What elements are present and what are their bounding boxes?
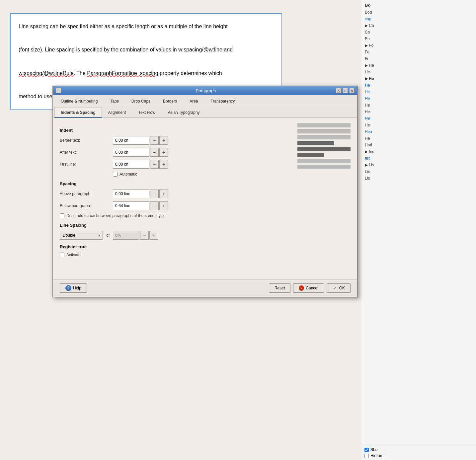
- dialog-body: Indent Before text: − + After text: − + …: [53, 118, 357, 279]
- tab-borders[interactable]: Borders: [157, 96, 183, 106]
- tab-alignment[interactable]: Alignment: [102, 108, 132, 117]
- hierarchy-checkbox[interactable]: [364, 454, 369, 458]
- dialog-titlebar: — Paragraph △ □ ✕: [53, 86, 357, 95]
- sidebar-item-he10[interactable]: He: [365, 122, 473, 128]
- sidebar-item-he2[interactable]: He: [365, 69, 473, 75]
- sidebar-item-he5[interactable]: He: [365, 89, 473, 95]
- sidebar-item-ind[interactable]: ▶ Inc: [365, 148, 473, 155]
- line-spacing-row: Single 1.5 Lines Double Proportional At …: [60, 231, 351, 240]
- line-spacing-select[interactable]: Single 1.5 Lines Double Proportional At …: [60, 231, 103, 240]
- show-checkbox[interactable]: [364, 448, 369, 452]
- sidebar-item-fr[interactable]: Fr: [365, 55, 473, 62]
- sidebar-item-en[interactable]: En: [365, 36, 473, 42]
- before-text-increment[interactable]: +: [159, 136, 168, 145]
- sidebar-item-he6[interactable]: He: [365, 95, 473, 102]
- sidebar-item-he9[interactable]: He: [365, 115, 473, 122]
- cancel-button[interactable]: ✕ Cancel: [293, 283, 324, 293]
- titlebar-minimize-button[interactable]: —: [56, 88, 61, 93]
- below-paragraph-increment[interactable]: +: [159, 201, 168, 210]
- above-paragraph-input[interactable]: [113, 190, 149, 198]
- first-line-input[interactable]: [113, 160, 149, 169]
- sidebar-item-lis2[interactable]: Lis: [365, 168, 473, 175]
- sidebar-item-fo1[interactable]: ▶ Fo: [365, 42, 473, 49]
- document-line-2: (font size). Line spacing is specified b…: [19, 47, 233, 52]
- preview-bar-2: [297, 129, 351, 133]
- after-text-increment[interactable]: +: [159, 148, 168, 157]
- sidebar-item-he4[interactable]: He: [365, 82, 473, 89]
- help-label: Help: [73, 286, 81, 290]
- after-text-spinner: − +: [113, 148, 168, 157]
- above-paragraph-label: Above paragraph:: [60, 192, 113, 196]
- sidebar-item-cap[interactable]: cap: [365, 16, 473, 22]
- sidebar-item-heb[interactable]: He: [365, 135, 473, 142]
- preview-bar-5: [297, 147, 351, 151]
- document-line-1: Line spacing can be specified either as …: [19, 24, 228, 29]
- activate-label: Activate: [66, 253, 81, 257]
- below-paragraph-input[interactable]: [113, 201, 149, 210]
- sidebar-item-hea[interactable]: Hea: [365, 128, 473, 135]
- before-text-spinner: − +: [113, 136, 168, 145]
- tab-asian-typography[interactable]: Asian Typography: [162, 108, 206, 117]
- line-spacing-value-input[interactable]: [113, 231, 139, 240]
- sidebar-item-bod[interactable]: Bod: [365, 9, 473, 16]
- activate-checkbox[interactable]: [60, 253, 64, 257]
- preview-bar-8: [297, 165, 351, 169]
- after-text-decrement[interactable]: −: [150, 148, 159, 157]
- sidebar-item-ca[interactable]: ▶ Ca: [365, 22, 473, 29]
- tab-transparency[interactable]: Transparency: [204, 96, 241, 106]
- titlebar-maximize-button[interactable]: □: [343, 88, 348, 93]
- sidebar-item-he3[interactable]: ▶ He: [365, 75, 473, 82]
- tab-text-flow[interactable]: Text Flow: [132, 108, 162, 117]
- tab-outline-numbering[interactable]: Outline & Numbering: [54, 96, 104, 106]
- line-spacing-value-spinner: − +: [113, 231, 158, 240]
- before-text-decrement[interactable]: −: [150, 136, 159, 145]
- automatic-label: Automatic: [119, 172, 137, 177]
- sidebar-item-he1[interactable]: ▶ He: [365, 62, 473, 69]
- sidebar-item-he8[interactable]: He: [365, 109, 473, 115]
- above-paragraph-decrement[interactable]: −: [150, 190, 159, 198]
- reset-button[interactable]: Reset: [269, 283, 290, 293]
- help-icon: ?: [65, 285, 71, 291]
- above-paragraph-spinner: − +: [113, 190, 168, 198]
- sidebar-item-int[interactable]: Int: [365, 155, 473, 162]
- before-text-input[interactable]: [113, 136, 149, 145]
- sidebar-item-he7[interactable]: He: [365, 102, 473, 109]
- tab-drop-caps[interactable]: Drop Caps: [125, 96, 157, 106]
- sidebar-item-lis1[interactable]: ▶ Lis: [365, 162, 473, 168]
- sidebar-item-hori[interactable]: Hori: [365, 142, 473, 148]
- automatic-checkbox[interactable]: [113, 172, 118, 177]
- line-spacing-select-wrapper: Single 1.5 Lines Double Proportional At …: [60, 231, 103, 240]
- line-spacing-increment[interactable]: +: [149, 231, 158, 240]
- line-spacing-decrement[interactable]: −: [140, 231, 149, 240]
- after-text-input[interactable]: [113, 148, 149, 157]
- minimize-icon: —: [57, 89, 60, 93]
- sidebar-item-co[interactable]: Co: [365, 29, 473, 36]
- first-line-increment[interactable]: +: [159, 160, 168, 169]
- titlebar-controls: △ □ ✕: [336, 88, 355, 93]
- show-label: Sho: [370, 447, 377, 452]
- tab-indents-spacing[interactable]: Indents & Spacing: [54, 108, 102, 118]
- titlebar-close-button[interactable]: ✕: [349, 88, 355, 93]
- ok-button[interactable]: ✓ OK: [327, 283, 351, 293]
- first-line-decrement[interactable]: −: [150, 160, 159, 169]
- tabs-row-1: Outline & Numbering Tabs Drop Caps Borde…: [53, 95, 357, 106]
- titlebar-rollup-button[interactable]: △: [336, 88, 341, 93]
- first-line-label: First line:: [60, 162, 113, 167]
- tab-tabs[interactable]: Tabs: [104, 96, 125, 106]
- sidebar-item-fo2[interactable]: Fo: [365, 49, 473, 55]
- body-spacer: [60, 261, 351, 274]
- dont-add-space-checkbox[interactable]: [60, 213, 64, 218]
- after-text-label: After text:: [60, 150, 113, 155]
- dont-add-space-row: Don't add space between paragraphs of th…: [60, 213, 351, 218]
- dont-add-space-label: Don't add space between paragraphs of th…: [66, 213, 164, 218]
- right-sidebar: Bo Bod cap ▶ Ca Co En ▶ Fo Fo Fr ▶ He He…: [362, 0, 476, 460]
- tabs-row-2: Indents & Spacing Alignment Text Flow As…: [53, 106, 357, 118]
- sidebar-item-lis3[interactable]: Lis: [365, 175, 473, 182]
- help-button[interactable]: ? Help: [60, 283, 87, 293]
- of-label: of: [106, 233, 110, 238]
- tab-area[interactable]: Area: [183, 96, 204, 106]
- below-paragraph-decrement[interactable]: −: [150, 201, 159, 210]
- spacing-section-label: Spacing: [60, 181, 351, 186]
- above-paragraph-increment[interactable]: +: [159, 190, 168, 198]
- close-icon: ✕: [351, 89, 353, 93]
